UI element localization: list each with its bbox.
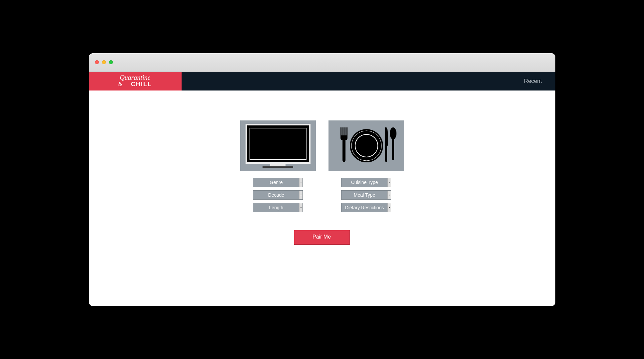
app-window: Quarantine &CHILL Recent Genre — [89, 53, 555, 306]
logo-amp: & — [118, 81, 122, 88]
food-tile — [328, 120, 404, 171]
food-column: Cuisine Type ▾ Meal Type ▾ Dietary Resti… — [328, 120, 404, 212]
diet-select[interactable]: Dietary Restictions ▾ — [341, 203, 391, 212]
plate-setting-icon — [334, 124, 398, 167]
decade-select-label: Decade — [253, 192, 299, 198]
length-select-label: Length — [253, 205, 299, 210]
chevron-down-icon: ▾ — [387, 191, 391, 199]
genre-select[interactable]: Genre ▾ — [253, 178, 303, 187]
svg-rect-8 — [392, 139, 394, 160]
svg-point-7 — [390, 127, 396, 139]
chevron-down-icon: ▾ — [387, 203, 391, 212]
meal-select-label: Meal Type — [341, 192, 387, 198]
svg-rect-0 — [340, 127, 341, 135]
nav-link-recent[interactable]: Recent — [511, 72, 555, 90]
length-select[interactable]: Length ▾ — [253, 203, 303, 212]
movie-tile — [240, 120, 316, 171]
window-minimize-button[interactable] — [102, 60, 106, 64]
logo-chill: CHILL — [131, 81, 152, 88]
cuisine-select[interactable]: Cuisine Type ▾ — [341, 178, 391, 187]
window-close-button[interactable] — [95, 60, 99, 64]
svg-rect-1 — [342, 127, 343, 135]
pair-me-button[interactable]: Pair Me — [294, 230, 350, 245]
movie-column: Genre ▾ Decade ▾ Length ▾ — [240, 120, 316, 212]
logo-line-1: Quarantine — [120, 74, 150, 81]
window-zoom-button[interactable] — [109, 60, 113, 64]
diet-select-label: Dietary Restictions — [341, 205, 387, 210]
svg-rect-3 — [346, 127, 347, 135]
tv-icon — [246, 124, 311, 168]
decade-select[interactable]: Decade ▾ — [253, 190, 303, 200]
genre-select-label: Genre — [253, 180, 299, 185]
nav-spacer — [182, 72, 511, 90]
chevron-down-icon: ▾ — [299, 203, 303, 212]
cuisine-select-label: Cuisine Type — [341, 180, 387, 185]
titlebar — [89, 53, 555, 72]
meal-select[interactable]: Meal Type ▾ — [341, 190, 391, 200]
chevron-down-icon: ▾ — [299, 191, 303, 199]
pair-row: Genre ▾ Decade ▾ Length ▾ — [240, 120, 404, 212]
logo[interactable]: Quarantine &CHILL — [89, 72, 182, 90]
logo-line-2: &CHILL — [118, 81, 152, 88]
chevron-down-icon: ▾ — [387, 178, 391, 187]
svg-rect-2 — [344, 127, 345, 135]
chevron-down-icon: ▾ — [299, 178, 303, 187]
navbar: Quarantine &CHILL Recent — [89, 72, 555, 90]
main-content: Genre ▾ Decade ▾ Length ▾ — [89, 90, 555, 306]
